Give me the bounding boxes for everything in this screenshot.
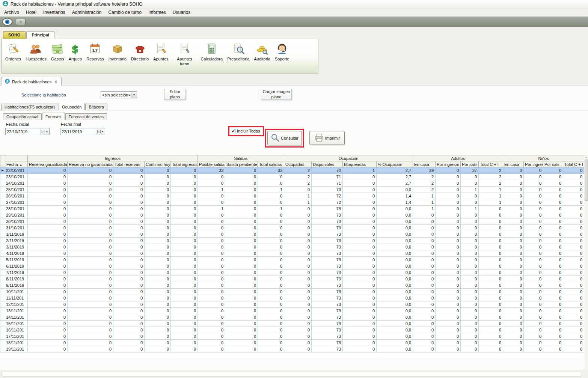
value-cell[interactable]: 0 [436,212,461,218]
value-cell[interactable]: 0 [543,199,563,206]
value-cell[interactable]: 1,4 [377,199,413,206]
value-cell[interactable]: 0 [343,174,377,180]
value-cell[interactable]: 1 [413,206,436,212]
value-cell[interactable]: 0 [436,180,461,187]
value-cell[interactable]: 0 [563,289,584,295]
value-cell[interactable]: 0 [113,257,145,263]
value-cell[interactable]: 0 [225,244,258,250]
value-cell[interactable]: 0 [524,244,543,250]
value-cell[interactable]: 0 [113,263,145,270]
value-cell[interactable]: 0 [258,263,284,270]
column-header-2[interactable]: Reserva no garantizada [68,161,113,167]
value-cell[interactable]: 0 [113,193,145,199]
value-cell[interactable]: 0 [503,193,524,199]
value-cell[interactable]: 0 [503,301,524,308]
value-cell[interactable]: 0 [413,263,436,270]
value-cell[interactable]: 0 [68,346,113,352]
table-row[interactable]: 27/10/2010000000017201,410010000 [0,199,584,206]
date-cell[interactable]: 27/10/201 [5,199,28,206]
table-row[interactable]: 15/11/2010000000007300,000000000 [0,321,584,327]
value-cell[interactable]: 0 [171,238,198,244]
value-cell[interactable]: 0 [258,180,284,187]
date-cell[interactable]: 15/11/201 [5,321,28,327]
value-cell[interactable]: 0 [413,212,436,218]
value-cell[interactable]: 0 [436,187,461,193]
value-cell[interactable]: 0 [343,187,377,193]
value-cell[interactable]: 0 [198,308,225,314]
value-cell[interactable]: 0 [145,231,171,238]
value-cell[interactable]: 0 [225,238,258,244]
value-cell[interactable]: 0 [284,238,312,244]
value-cell[interactable]: 0 [145,314,171,321]
value-cell[interactable]: 0 [563,314,584,321]
value-cell[interactable]: 0 [343,276,377,282]
value-cell[interactable]: 0 [225,295,258,301]
value-cell[interactable]: 0 [436,270,461,276]
column-header-7[interactable]: Salida pendiente [225,161,258,167]
value-cell[interactable]: 0 [563,193,584,199]
column-header-3[interactable]: Total reservas [113,161,145,167]
value-cell[interactable]: 2 [413,187,436,193]
value-cell[interactable]: 0 [171,250,198,257]
value-cell[interactable]: 0 [461,340,479,346]
value-cell[interactable]: 0 [563,199,584,206]
value-cell[interactable]: 0 [113,321,145,327]
value-cell[interactable]: 0,0 [377,327,413,333]
value-cell[interactable]: 0 [343,321,377,327]
value-cell[interactable]: 0 [68,225,113,231]
value-cell[interactable]: 73 [312,270,343,276]
value-cell[interactable]: 0 [524,174,543,180]
value-cell[interactable]: 0 [171,301,198,308]
row-indicator[interactable] [0,270,5,276]
value-cell[interactable]: 71 [312,180,343,187]
value-cell[interactable]: 0 [28,333,68,340]
value-cell[interactable]: 0 [113,340,145,346]
date-cell[interactable]: 5/11/2019 [5,257,28,263]
value-cell[interactable]: 0 [284,257,312,263]
value-cell[interactable]: 0 [343,289,377,295]
value-cell[interactable]: 0 [198,333,225,340]
value-cell[interactable]: 0 [543,289,563,295]
value-cell[interactable]: 0 [28,225,68,231]
value-cell[interactable]: 0 [145,225,171,231]
value-cell[interactable]: 0 [198,295,225,301]
value-cell[interactable]: 0 [258,257,284,263]
value-cell[interactable]: 0 [28,193,68,199]
value-cell[interactable]: 0 [258,238,284,244]
value-cell[interactable]: 0 [145,321,171,327]
value-cell[interactable]: 0 [413,301,436,308]
value-cell[interactable]: 0 [563,225,584,231]
value-cell[interactable]: 0 [145,333,171,340]
column-header-20[interactable]: Total C + I [563,161,584,167]
value-cell[interactable]: 0 [436,276,461,282]
value-cell[interactable]: 0 [503,327,524,333]
value-cell[interactable]: 0 [563,244,584,250]
value-cell[interactable]: 1 [258,187,284,193]
table-row[interactable]: 17/11/2010000000007300,000000000 [0,333,584,340]
value-cell[interactable]: 0,0 [377,314,413,321]
value-cell[interactable]: 0,0 [377,346,413,352]
column-header-4[interactable]: Confirmo hoy [145,161,171,167]
table-row[interactable]: 7/11/20190000000007300,000000000 [0,270,584,276]
value-cell[interactable]: 0 [225,270,258,276]
value-cell[interactable]: 0 [543,340,563,346]
value-cell[interactable]: 0 [284,340,312,346]
value-cell[interactable]: 0 [461,231,479,238]
value-cell[interactable]: 0 [543,206,563,212]
value-cell[interactable]: 0,0 [377,263,413,270]
value-cell[interactable]: 0 [563,270,584,276]
value-cell[interactable]: 0 [524,263,543,270]
value-cell[interactable]: 0 [503,257,524,263]
value-cell[interactable]: 0 [436,263,461,270]
value-cell[interactable]: 0 [436,225,461,231]
value-cell[interactable]: 0 [68,174,113,180]
value-cell[interactable]: 0 [68,244,113,250]
value-cell[interactable]: 73 [312,244,343,250]
value-cell[interactable]: 0 [343,238,377,244]
value-cell[interactable]: 0 [563,250,584,257]
value-cell[interactable]: 0 [171,333,198,340]
value-cell[interactable]: 0 [543,193,563,199]
value-cell[interactable]: 0 [171,346,198,352]
value-cell[interactable]: 0 [113,231,145,238]
value-cell[interactable]: 73 [312,346,343,352]
